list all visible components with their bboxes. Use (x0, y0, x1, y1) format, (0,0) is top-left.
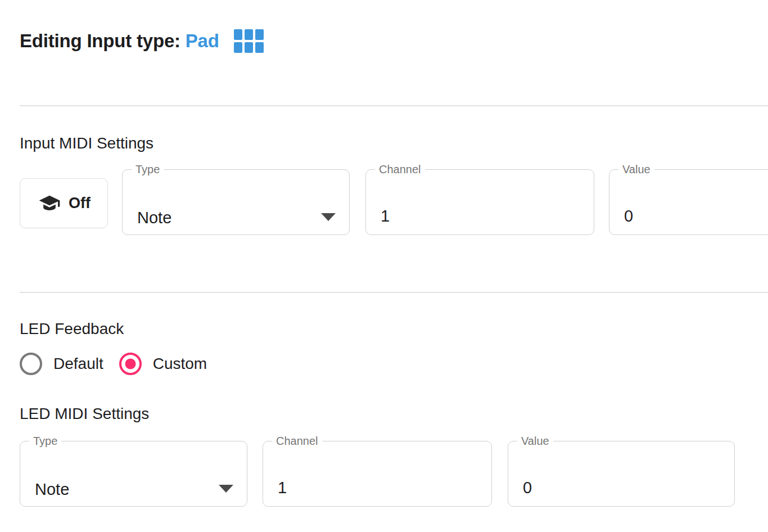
input-midi-learn-button[interactable]: Off (20, 178, 108, 228)
led-feedback-radio-custom[interactable]: Custom (119, 353, 207, 375)
divider (20, 292, 768, 293)
midi-editor-panel: Editing Input type: Pad Input MIDI Setti… (0, 0, 768, 532)
input-midi-settings-title: Input MIDI Settings (20, 134, 153, 152)
led-midi-value-input[interactable]: Value (508, 435, 735, 507)
header: Editing Input type: Pad (20, 29, 264, 53)
channel-value-input[interactable] (381, 207, 549, 226)
dropdown-arrow-icon (321, 213, 336, 221)
field-label: Type (29, 435, 61, 448)
led-feedback-radio-default[interactable]: Default (20, 353, 103, 375)
field-label: Value (618, 163, 654, 176)
field-label: Value (517, 435, 553, 448)
school-icon (37, 192, 62, 215)
led-feedback-title: LED Feedback (20, 320, 124, 338)
divider (20, 105, 768, 106)
field-label: Channel (272, 435, 322, 448)
input-midi-value-input[interactable]: Value (609, 163, 768, 235)
led-midi-settings-title: LED MIDI Settings (20, 405, 149, 423)
learn-button-label: Off (69, 195, 91, 212)
selected-value: Note (137, 209, 171, 227)
value-value-input[interactable] (523, 479, 692, 497)
radio-label: Custom (153, 355, 207, 373)
pad-grid-icon (234, 29, 264, 53)
radio-label: Default (53, 355, 103, 373)
radio-selected-icon (119, 353, 142, 375)
selected-value: Note (35, 480, 69, 499)
led-feedback-radio-group: Default Custom (20, 353, 207, 375)
field-label: Channel (375, 163, 425, 176)
dropdown-arrow-icon (219, 485, 233, 493)
input-type-value: Pad (186, 30, 219, 51)
page-title-prefix: Editing Input type: (20, 30, 180, 51)
radio-unselected-icon (20, 353, 42, 375)
led-midi-channel-input[interactable]: Channel (263, 435, 492, 507)
value-value-input[interactable] (624, 207, 768, 226)
input-midi-channel-input[interactable]: Channel (365, 163, 594, 235)
input-midi-type-select[interactable]: Type Note (122, 163, 350, 235)
led-midi-type-select[interactable]: Type Note (20, 435, 247, 507)
channel-value-input[interactable] (278, 479, 446, 497)
field-label: Type (132, 163, 164, 176)
page-title: Editing Input type: Pad (20, 30, 219, 52)
